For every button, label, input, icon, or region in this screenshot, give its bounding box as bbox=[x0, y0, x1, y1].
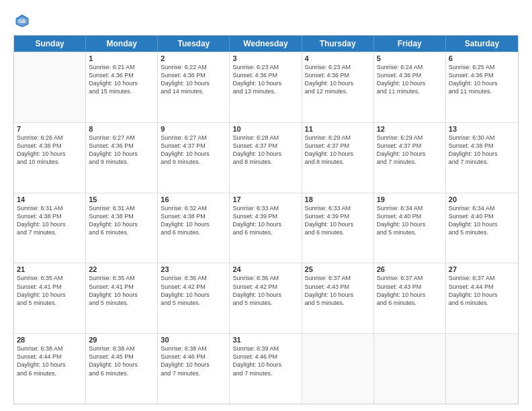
cal-cell: 13Sunrise: 6:30 AM Sunset: 4:38 PM Dayli… bbox=[446, 123, 518, 193]
cal-cell: 10Sunrise: 6:28 AM Sunset: 4:37 PM Dayli… bbox=[230, 123, 302, 193]
cal-cell: 21Sunrise: 6:35 AM Sunset: 4:41 PM Dayli… bbox=[14, 263, 86, 333]
cal-cell: 27Sunrise: 6:37 AM Sunset: 4:44 PM Dayli… bbox=[446, 263, 518, 333]
cell-text: Sunrise: 6:33 AM Sunset: 4:39 PM Dayligh… bbox=[305, 204, 371, 237]
day-number: 18 bbox=[305, 195, 371, 203]
cal-cell: 8Sunrise: 6:27 AM Sunset: 4:36 PM Daylig… bbox=[86, 123, 158, 193]
cal-cell: 19Sunrise: 6:34 AM Sunset: 4:40 PM Dayli… bbox=[374, 193, 446, 263]
cal-cell: 4Sunrise: 6:23 AM Sunset: 4:36 PM Daylig… bbox=[302, 52, 374, 122]
cell-text: Sunrise: 6:39 AM Sunset: 4:46 PM Dayligh… bbox=[232, 345, 298, 377]
cal-cell: 11Sunrise: 6:29 AM Sunset: 4:37 PM Dayli… bbox=[302, 123, 374, 193]
cal-cell: 20Sunrise: 6:34 AM Sunset: 4:40 PM Dayli… bbox=[446, 193, 518, 263]
cell-text: Sunrise: 6:26 AM Sunset: 4:36 PM Dayligh… bbox=[17, 134, 83, 167]
cal-cell: 16Sunrise: 6:32 AM Sunset: 4:38 PM Dayli… bbox=[158, 193, 230, 263]
cell-text: Sunrise: 6:37 AM Sunset: 4:43 PM Dayligh… bbox=[377, 274, 443, 307]
cell-text: Sunrise: 6:25 AM Sunset: 4:36 PM Dayligh… bbox=[449, 63, 515, 96]
cell-text: Sunrise: 6:38 AM Sunset: 4:45 PM Dayligh… bbox=[89, 345, 154, 377]
cal-cell: 14Sunrise: 6:31 AM Sunset: 4:38 PM Dayli… bbox=[14, 193, 86, 263]
cal-cell: 28Sunrise: 6:38 AM Sunset: 4:44 PM Dayli… bbox=[14, 334, 86, 404]
cal-cell bbox=[302, 334, 374, 404]
logo-icon: GB bbox=[15, 13, 30, 28]
day-number: 4 bbox=[305, 54, 371, 62]
day-number: 23 bbox=[161, 265, 226, 273]
day-number: 5 bbox=[377, 54, 443, 62]
week-row-4: 21Sunrise: 6:35 AM Sunset: 4:41 PM Dayli… bbox=[14, 263, 518, 333]
cell-text: Sunrise: 6:34 AM Sunset: 4:40 PM Dayligh… bbox=[449, 204, 515, 237]
header-day-friday: Friday bbox=[374, 36, 446, 52]
calendar-body: 1Sunrise: 6:21 AM Sunset: 4:36 PM Daylig… bbox=[14, 52, 518, 404]
cell-text: Sunrise: 6:27 AM Sunset: 4:36 PM Dayligh… bbox=[89, 134, 154, 167]
cell-text: Sunrise: 6:23 AM Sunset: 4:36 PM Dayligh… bbox=[232, 63, 298, 96]
cal-cell: 31Sunrise: 6:39 AM Sunset: 4:46 PM Dayli… bbox=[230, 334, 302, 404]
cell-text: Sunrise: 6:38 AM Sunset: 4:44 PM Dayligh… bbox=[17, 345, 83, 377]
day-number: 10 bbox=[232, 125, 298, 133]
cell-text: Sunrise: 6:22 AM Sunset: 4:36 PM Dayligh… bbox=[161, 63, 226, 96]
cal-cell: 6Sunrise: 6:25 AM Sunset: 4:36 PM Daylig… bbox=[446, 52, 518, 122]
cal-cell: 9Sunrise: 6:27 AM Sunset: 4:37 PM Daylig… bbox=[158, 123, 230, 193]
cell-text: Sunrise: 6:24 AM Sunset: 4:36 PM Dayligh… bbox=[377, 63, 443, 96]
cal-cell: 18Sunrise: 6:33 AM Sunset: 4:39 PM Dayli… bbox=[302, 193, 374, 263]
calendar-header: SundayMondayTuesdayWednesdayThursdayFrid… bbox=[14, 36, 518, 52]
cell-text: Sunrise: 6:38 AM Sunset: 4:46 PM Dayligh… bbox=[161, 345, 226, 377]
header-day-tuesday: Tuesday bbox=[158, 36, 230, 52]
cal-cell bbox=[374, 334, 446, 404]
cal-cell: 29Sunrise: 6:38 AM Sunset: 4:45 PM Dayli… bbox=[86, 334, 158, 404]
day-number: 2 bbox=[161, 54, 226, 62]
calendar: SundayMondayTuesdayWednesdayThursdayFrid… bbox=[13, 35, 519, 404]
cal-cell: 24Sunrise: 6:36 AM Sunset: 4:42 PM Dayli… bbox=[230, 263, 302, 333]
day-number: 25 bbox=[305, 265, 371, 273]
cell-text: Sunrise: 6:33 AM Sunset: 4:39 PM Dayligh… bbox=[232, 204, 298, 237]
cell-text: Sunrise: 6:31 AM Sunset: 4:38 PM Dayligh… bbox=[89, 204, 154, 237]
cal-cell: 25Sunrise: 6:37 AM Sunset: 4:43 PM Dayli… bbox=[302, 263, 374, 333]
day-number: 15 bbox=[89, 195, 154, 203]
header-day-thursday: Thursday bbox=[302, 36, 374, 52]
day-number: 20 bbox=[449, 195, 515, 203]
day-number: 21 bbox=[17, 265, 83, 273]
day-number: 7 bbox=[17, 125, 83, 133]
week-row-1: 1Sunrise: 6:21 AM Sunset: 4:36 PM Daylig… bbox=[14, 52, 518, 122]
cell-text: Sunrise: 6:28 AM Sunset: 4:37 PM Dayligh… bbox=[232, 134, 298, 167]
week-row-3: 14Sunrise: 6:31 AM Sunset: 4:38 PM Dayli… bbox=[14, 193, 518, 263]
day-number: 27 bbox=[449, 265, 515, 273]
header: GB bbox=[13, 11, 519, 28]
cell-text: Sunrise: 6:32 AM Sunset: 4:38 PM Dayligh… bbox=[161, 204, 226, 237]
header-day-sunday: Sunday bbox=[14, 36, 86, 52]
day-number: 3 bbox=[232, 54, 298, 62]
day-number: 24 bbox=[232, 265, 298, 273]
cell-text: Sunrise: 6:31 AM Sunset: 4:38 PM Dayligh… bbox=[17, 204, 83, 237]
cell-text: Sunrise: 6:27 AM Sunset: 4:37 PM Dayligh… bbox=[161, 134, 226, 167]
cell-text: Sunrise: 6:37 AM Sunset: 4:43 PM Dayligh… bbox=[305, 274, 371, 307]
week-row-5: 28Sunrise: 6:38 AM Sunset: 4:44 PM Dayli… bbox=[14, 333, 518, 404]
cell-text: Sunrise: 6:37 AM Sunset: 4:44 PM Dayligh… bbox=[449, 274, 515, 307]
day-number: 8 bbox=[89, 125, 154, 133]
cal-cell: 17Sunrise: 6:33 AM Sunset: 4:39 PM Dayli… bbox=[230, 193, 302, 263]
day-number: 29 bbox=[89, 336, 154, 344]
header-day-wednesday: Wednesday bbox=[230, 36, 302, 52]
cal-cell: 23Sunrise: 6:36 AM Sunset: 4:42 PM Dayli… bbox=[158, 263, 230, 333]
cal-cell bbox=[14, 52, 86, 122]
day-number: 14 bbox=[17, 195, 83, 203]
header-day-monday: Monday bbox=[86, 36, 158, 52]
day-number: 13 bbox=[449, 125, 515, 133]
header-day-saturday: Saturday bbox=[446, 36, 518, 52]
logo: GB bbox=[13, 13, 31, 28]
cell-text: Sunrise: 6:21 AM Sunset: 4:36 PM Dayligh… bbox=[89, 63, 154, 96]
cal-cell: 1Sunrise: 6:21 AM Sunset: 4:36 PM Daylig… bbox=[86, 52, 158, 122]
svg-text:GB: GB bbox=[19, 19, 26, 24]
week-row-2: 7Sunrise: 6:26 AM Sunset: 4:36 PM Daylig… bbox=[14, 122, 518, 193]
day-number: 16 bbox=[161, 195, 226, 203]
day-number: 26 bbox=[377, 265, 443, 273]
day-number: 19 bbox=[377, 195, 443, 203]
day-number: 1 bbox=[89, 54, 154, 62]
cal-cell: 7Sunrise: 6:26 AM Sunset: 4:36 PM Daylig… bbox=[14, 123, 86, 193]
day-number: 31 bbox=[232, 336, 298, 344]
cal-cell: 12Sunrise: 6:29 AM Sunset: 4:37 PM Dayli… bbox=[374, 123, 446, 193]
cell-text: Sunrise: 6:34 AM Sunset: 4:40 PM Dayligh… bbox=[377, 204, 443, 237]
cal-cell: 5Sunrise: 6:24 AM Sunset: 4:36 PM Daylig… bbox=[374, 52, 446, 122]
cell-text: Sunrise: 6:29 AM Sunset: 4:37 PM Dayligh… bbox=[305, 134, 371, 167]
cal-cell: 26Sunrise: 6:37 AM Sunset: 4:43 PM Dayli… bbox=[374, 263, 446, 333]
cal-cell: 2Sunrise: 6:22 AM Sunset: 4:36 PM Daylig… bbox=[158, 52, 230, 122]
cal-cell: 22Sunrise: 6:35 AM Sunset: 4:41 PM Dayli… bbox=[86, 263, 158, 333]
cell-text: Sunrise: 6:35 AM Sunset: 4:41 PM Dayligh… bbox=[89, 274, 154, 307]
cell-text: Sunrise: 6:36 AM Sunset: 4:42 PM Dayligh… bbox=[232, 274, 298, 307]
cell-text: Sunrise: 6:30 AM Sunset: 4:38 PM Dayligh… bbox=[449, 134, 515, 167]
